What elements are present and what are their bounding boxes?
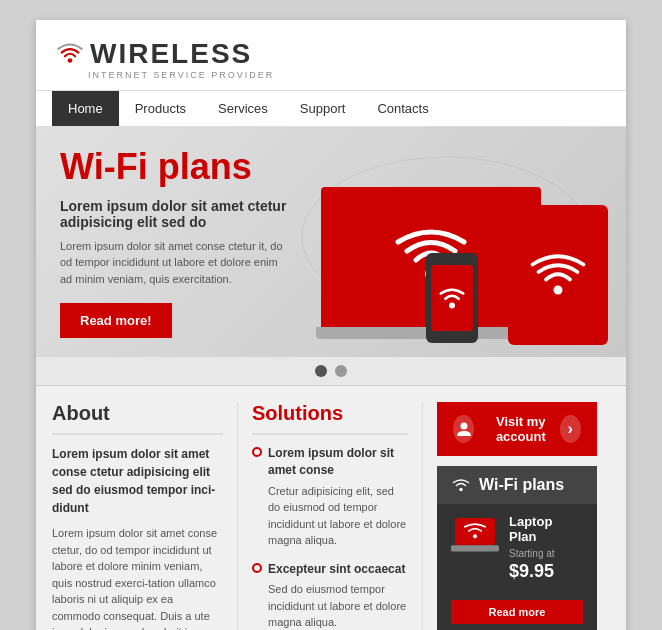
plan-starting-label: Starting at — [509, 548, 583, 559]
svg-point-13 — [473, 534, 477, 538]
solution-item-2-title-row: Excepteur sint occaecat — [252, 561, 408, 578]
page-wrapper: WIRELESS INTERNET SERVICE PROVIDER Home … — [0, 0, 662, 630]
phone-device — [426, 253, 478, 343]
solution-item-1-title-row: Lorem ipsum dolor sit amet conse — [252, 445, 408, 479]
logo-main: WIRELESS — [56, 38, 274, 70]
main-content: About Lorem ipsum dolor sit amet conse c… — [36, 386, 626, 630]
solution-body-1: Cretur adipisicing elit, sed do eiusmod … — [252, 483, 408, 549]
wifi-plans-icon — [451, 477, 471, 493]
nav-link-contacts[interactable]: Contacts — [361, 91, 444, 126]
svg-point-9 — [554, 286, 563, 295]
svg-rect-14 — [451, 545, 499, 551]
site-nav: Home Products Services Support Contacts — [36, 90, 626, 127]
tablet-device — [508, 205, 608, 345]
solution-body-2: Sed do eiusmod tempor incididunt ut labo… — [252, 581, 408, 630]
arrow-right-icon: › — [560, 415, 581, 443]
plan-name: Laptop Plan — [509, 514, 583, 544]
solution-item-1: Lorem ipsum dolor sit amet conse Cretur … — [252, 445, 408, 549]
nav-link-support[interactable]: Support — [284, 91, 362, 126]
nav-link-products[interactable]: Products — [119, 91, 202, 126]
svg-point-8 — [449, 303, 455, 309]
right-sidebar: Visit my account › Wi-Fi plans — [422, 402, 597, 630]
user-icon — [453, 415, 474, 443]
solution-title-2: Excepteur sint occaecat — [268, 561, 405, 578]
svg-rect-12 — [455, 518, 495, 545]
solutions-title: Solutions — [252, 402, 408, 435]
nav-item-products[interactable]: Products — [119, 91, 202, 126]
site-header: WIRELESS INTERNET SERVICE PROVIDER — [36, 20, 626, 90]
about-body-bold: Lorem ipsum dolor sit amet conse ctetur … — [52, 445, 223, 517]
hero-content: Wi-Fi plans Lorem ipsum dolor sit amet c… — [36, 127, 316, 357]
wifi-plans-box: Wi-Fi plans — [437, 466, 597, 630]
about-body: Lorem ipsum dolor sit amet conse ctetur,… — [52, 525, 223, 630]
nav-item-contacts[interactable]: Contacts — [361, 91, 444, 126]
laptop-small-icon — [451, 514, 499, 557]
phone-wifi-icon — [437, 283, 467, 313]
plan-read-more-button[interactable]: Read more — [451, 600, 583, 624]
hero-devices — [306, 127, 626, 357]
solutions-column: Solutions Lorem ipsum dolor sit amet con… — [237, 402, 422, 630]
slider-dot-1[interactable] — [315, 365, 327, 377]
tablet-wifi-icon — [528, 245, 588, 305]
svg-point-10 — [460, 423, 467, 430]
slider-dot-2[interactable] — [335, 365, 347, 377]
nav-item-support[interactable]: Support — [284, 91, 362, 126]
about-column: About Lorem ipsum dolor sit amet conse c… — [52, 402, 237, 630]
svg-point-11 — [459, 488, 463, 492]
wifi-plans-header: Wi-Fi plans — [437, 466, 597, 504]
nav-link-home[interactable]: Home — [52, 91, 119, 126]
wifi-logo-icon — [56, 40, 84, 68]
svg-point-0 — [68, 58, 73, 63]
solution-item-2: Excepteur sint occaecat Sed do eiusmod t… — [252, 561, 408, 630]
logo-area: WIRELESS INTERNET SERVICE PROVIDER — [56, 38, 274, 80]
nav-link-services[interactable]: Services — [202, 91, 284, 126]
hero-subtitle: Lorem ipsum dolor sit amet ctetur adipis… — [60, 198, 292, 230]
solution-bullet-1 — [252, 447, 262, 457]
site-container: WIRELESS INTERNET SERVICE PROVIDER Home … — [36, 20, 626, 630]
slider-dots — [36, 357, 626, 386]
hero-title: Wi-Fi plans — [60, 146, 292, 188]
solution-title-1: Lorem ipsum dolor sit amet conse — [268, 445, 408, 479]
about-title: About — [52, 402, 223, 435]
visit-account-button[interactable]: Visit my account › — [437, 402, 597, 456]
visit-account-label: Visit my account — [482, 414, 560, 444]
plan-price: $9.95 — [509, 561, 583, 582]
hero-body: Lorem ipsum dolor sit amet conse ctetur … — [60, 238, 292, 288]
hero-banner: Wi-Fi plans Lorem ipsum dolor sit amet c… — [36, 127, 626, 357]
wifi-plans-content: Laptop Plan Starting at $9.95 — [437, 504, 597, 600]
logo-sub: INTERNET SERVICE PROVIDER — [88, 70, 274, 80]
nav-item-services[interactable]: Services — [202, 91, 284, 126]
wifi-plans-title: Wi-Fi plans — [479, 476, 564, 494]
plan-details: Laptop Plan Starting at $9.95 — [509, 514, 583, 590]
hero-read-more-button[interactable]: Read more! — [60, 303, 172, 338]
logo-text: WIRELESS — [90, 38, 252, 70]
phone-screen — [431, 265, 473, 331]
nav-item-home[interactable]: Home — [52, 91, 119, 126]
solution-bullet-2 — [252, 563, 262, 573]
